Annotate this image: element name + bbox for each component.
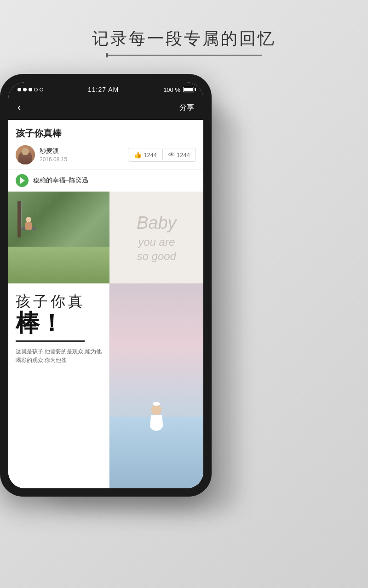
music-player[interactable]: 稳稳的幸福–陈奕迅 — [16, 174, 196, 187]
baby-line1: Baby — [137, 212, 177, 234]
author-section: 秒麦澳 2016.08.15 — [16, 145, 67, 164]
girl-dress — [150, 415, 163, 431]
phone-screen: 11:27 AM 100 % ‹ 分享 — [8, 82, 203, 488]
author-info: 秒麦澳 2016.08.15 — [40, 147, 67, 163]
view-icon: 👁 — [168, 151, 175, 158]
avatar — [16, 145, 35, 164]
stats-section: 👍 1244 👁 1244 — [128, 148, 196, 162]
text-card: 孩子你真 棒！ 这就是孩子,他需要的是观众,能为他喝彩的观众.你为他雀 — [8, 283, 109, 488]
post-title: 孩子你真棒 — [16, 127, 196, 140]
like-count: 1244 — [144, 152, 157, 158]
nav-bar: ‹ 分享 — [8, 97, 203, 120]
battery-percent: 100 % — [163, 86, 180, 93]
title-underline — [106, 55, 262, 56]
baby-line3: so good — [137, 249, 177, 263]
baby-line2: you are — [137, 235, 177, 249]
swing-rope-right — [36, 201, 36, 228]
phone-mockup: 11:27 AM 100 % ‹ 分享 — [0, 74, 212, 497]
music-title: 稳稳的幸福–陈奕迅 — [33, 176, 88, 185]
share-button[interactable]: 分享 — [179, 103, 194, 113]
text-underline-bar — [16, 340, 85, 342]
dot-4 — [34, 88, 38, 91]
girl-image — [109, 283, 203, 488]
avatar-image — [16, 145, 35, 164]
status-time: 11:27 AM — [88, 86, 119, 93]
page-title-area: 记录每一段专属的回忆 — [0, 28, 368, 56]
like-stat: 👍 1244 — [128, 148, 162, 161]
girl-head — [151, 405, 161, 415]
child-head — [26, 217, 31, 222]
author-date: 2016.08.15 — [40, 156, 67, 163]
play-icon — [20, 177, 25, 184]
status-bar: 11:27 AM 100 % — [8, 82, 203, 97]
dot-1 — [17, 88, 21, 91]
view-stat: 👁 1244 — [163, 148, 196, 161]
post-header: 孩子你真棒 秒麦澳 2016.08.15 — [8, 120, 203, 170]
baby-overlay-text: Baby you are so good — [137, 212, 177, 263]
swing-rope-left — [21, 201, 22, 228]
like-icon: 👍 — [134, 151, 142, 158]
caption-text: 这就是孩子,他需要的是观众,能为他喝彩的观众.你为他雀 — [16, 347, 102, 365]
status-right: 100 % — [163, 86, 194, 93]
content-area: 孩子你真棒 秒麦澳 2016.08.15 — [8, 120, 203, 488]
dot-5 — [40, 88, 43, 91]
page-main-title: 记录每一段专属的回忆 — [0, 28, 368, 50]
image-grid-top: Baby you are so good — [8, 192, 203, 283]
battery-icon — [183, 87, 194, 92]
phone-body: 11:27 AM 100 % ‹ 分享 — [0, 74, 212, 497]
child-figure — [24, 217, 33, 230]
back-button[interactable]: ‹ — [17, 102, 21, 113]
playground-image — [8, 192, 109, 283]
big-text-line1: 孩子你真 — [16, 293, 102, 310]
play-button[interactable] — [16, 174, 29, 187]
image-grid-bottom: 孩子你真 棒！ 这就是孩子,他需要的是观众,能为他喝彩的观众.你为他雀 — [8, 283, 203, 488]
hair-bow — [153, 402, 160, 406]
page-background: 记录每一段专属的回忆 11:27 AM 100 % — [0, 0, 368, 588]
view-count: 1244 — [177, 152, 190, 158]
dot-3 — [29, 88, 32, 91]
author-name: 秒麦澳 — [40, 147, 67, 155]
post-meta: 秒麦澳 2016.08.15 👍 1244 — [16, 145, 196, 164]
girl-figure — [150, 405, 163, 431]
signal-dots — [17, 88, 43, 91]
battery-fill — [184, 88, 193, 91]
child-body — [25, 222, 32, 230]
dot-2 — [23, 88, 27, 91]
big-text-line2: 棒！ — [16, 310, 102, 336]
baby-text-area: Baby you are so good — [109, 192, 203, 283]
